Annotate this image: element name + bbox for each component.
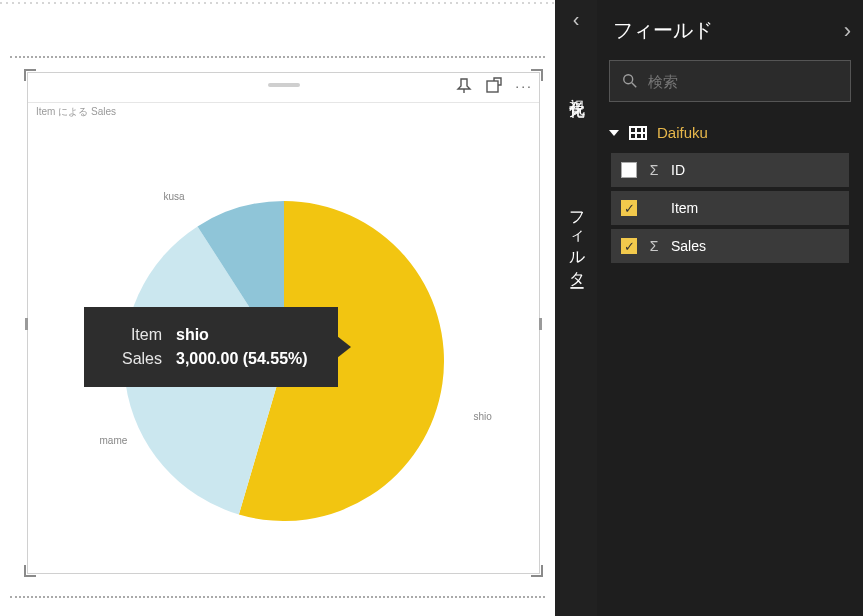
checkbox[interactable]: ✓ — [621, 200, 637, 216]
more-options-icon[interactable]: ··· — [515, 77, 533, 95]
slice-label-shio: shio — [474, 411, 492, 422]
checkbox[interactable]: ✓ — [621, 238, 637, 254]
chevron-left-icon[interactable]: ‹ — [555, 8, 597, 31]
collapsed-pane-filters[interactable]: フィルター — [566, 200, 587, 282]
caret-down-icon — [609, 130, 619, 136]
search-icon — [622, 72, 638, 90]
pie-visual-tile[interactable]: ··· Item による Sales shio mame kusa Item s… — [27, 72, 540, 574]
resize-handle-br[interactable] — [529, 563, 543, 577]
svg-line-2 — [632, 83, 636, 87]
fields-search[interactable] — [609, 60, 851, 102]
field-label: Sales — [671, 238, 706, 254]
svg-rect-0 — [487, 81, 498, 92]
tooltip-label: Sales — [84, 350, 162, 368]
tile-header: ··· — [28, 73, 539, 103]
resize-handle-bl[interactable] — [24, 563, 38, 577]
collapsed-pane-visualizations[interactable]: 視覚化 — [566, 86, 587, 92]
table-daifuku[interactable]: Daifuku — [597, 116, 863, 149]
focus-mode-icon[interactable] — [485, 77, 503, 95]
search-input[interactable] — [648, 73, 838, 90]
fields-panel-title: フィールド — [613, 17, 713, 44]
resize-handle-ml[interactable] — [24, 317, 38, 331]
field-item[interactable]: ✓ΣItem — [611, 191, 849, 225]
fields-panel: フィールド › Daifuku ΣID✓ΣItem✓ΣSales — [597, 0, 863, 616]
table-icon — [629, 126, 647, 140]
chevron-right-icon[interactable]: › — [844, 18, 851, 44]
chart-tooltip: Item shio Sales 3,000.00 (54.55%) — [84, 307, 338, 387]
resize-handle-mr[interactable] — [529, 317, 543, 331]
svg-point-1 — [624, 75, 633, 84]
field-sales[interactable]: ✓ΣSales — [611, 229, 849, 263]
pin-icon[interactable] — [455, 77, 473, 95]
canvas-border — [0, 2, 555, 4]
checkbox[interactable] — [621, 162, 637, 178]
field-label: Item — [671, 200, 698, 216]
report-canvas[interactable]: ··· Item による Sales shio mame kusa Item s… — [0, 0, 555, 616]
tooltip-value: shio — [176, 326, 209, 344]
field-id[interactable]: ΣID — [611, 153, 849, 187]
sigma-icon: Σ — [647, 238, 661, 254]
tooltip-label: Item — [84, 326, 162, 344]
fields-panel-header: フィールド › — [597, 0, 863, 60]
table-name: Daifuku — [657, 124, 708, 141]
sigma-icon: Σ — [647, 162, 661, 178]
collapsed-panes-strip: ‹ 視覚化 フィルター — [555, 0, 597, 616]
tooltip-arrow-icon — [337, 336, 351, 358]
slice-label-kusa: kusa — [164, 191, 185, 202]
slice-label-mame: mame — [100, 435, 128, 446]
tooltip-value: 3,000.00 (54.55%) — [176, 350, 308, 368]
chart-title: Item による Sales — [36, 105, 116, 119]
field-label: ID — [671, 162, 685, 178]
